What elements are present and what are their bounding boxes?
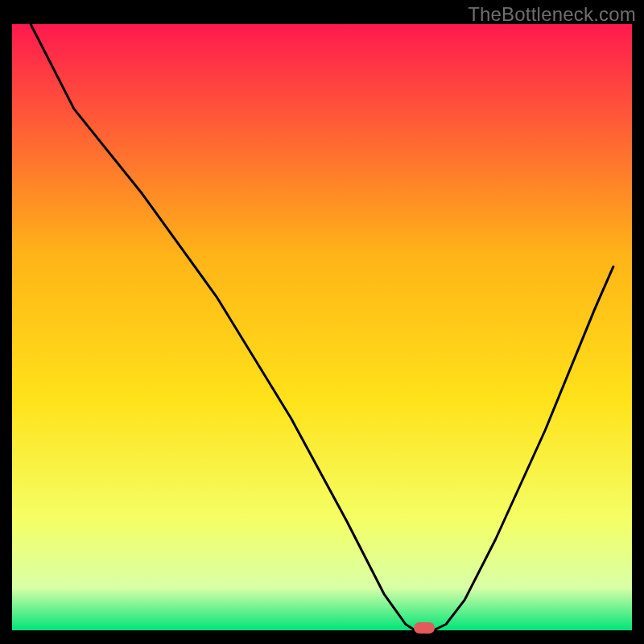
watermark-text: TheBottleneck.com (468, 3, 636, 26)
optimal-marker (414, 622, 435, 634)
chart-svg (0, 0, 644, 644)
bottleneck-chart: TheBottleneck.com (0, 0, 644, 644)
gradient-background (12, 24, 632, 630)
